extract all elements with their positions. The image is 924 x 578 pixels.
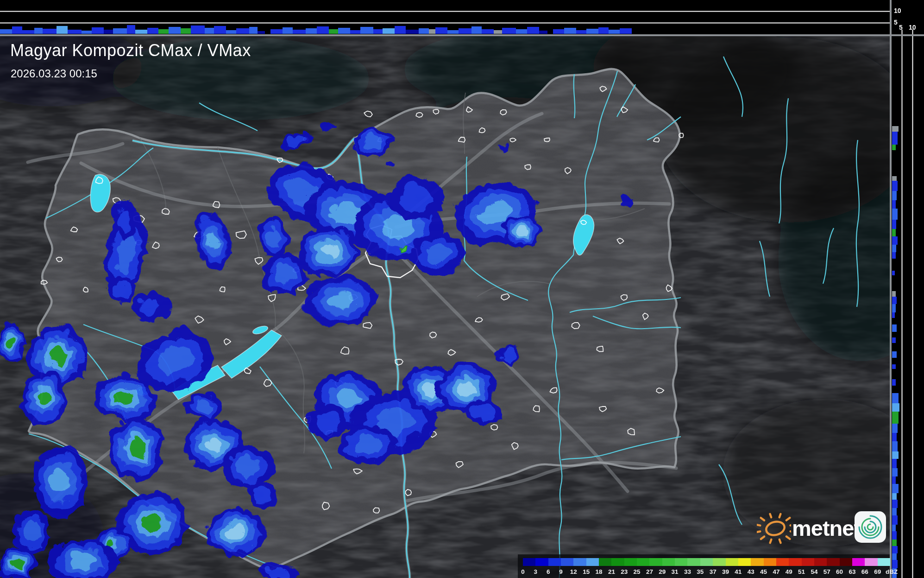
echo-blob bbox=[110, 198, 133, 235]
right-strip-echo-block bbox=[892, 271, 895, 275]
top-strip-echo-block bbox=[147, 28, 158, 34]
colorbar-segment bbox=[561, 558, 573, 566]
right-strip-echo-block bbox=[892, 176, 897, 181]
right-strip-echo-block bbox=[892, 364, 896, 369]
top-strip-echo-block bbox=[43, 29, 57, 34]
right-strip-echo-block bbox=[892, 132, 898, 145]
top-strip-echo-block bbox=[34, 28, 43, 34]
echo-layer bbox=[264, 225, 278, 243]
right-vmax-strip bbox=[890, 0, 924, 578]
colorbar-segment bbox=[649, 558, 662, 566]
colorbar-segment bbox=[713, 558, 725, 566]
top-strip-echo-block bbox=[270, 29, 283, 34]
echo-layer bbox=[114, 205, 128, 229]
page-title: Magyar Kompozit CMax / VMax bbox=[10, 41, 251, 60]
right-strip-echo-block bbox=[892, 126, 899, 132]
right-strip-echo-block bbox=[892, 412, 899, 424]
sun-ray bbox=[757, 525, 760, 526]
sun-ray bbox=[786, 518, 790, 520]
echo-blob bbox=[260, 251, 305, 292]
dbz-colorbar: 0369121518212325272931333537394143454749… bbox=[523, 558, 890, 578]
echo-layer bbox=[67, 551, 93, 567]
top-strip-echo-block bbox=[447, 30, 459, 34]
top-strip-echo-block bbox=[383, 28, 395, 34]
right-strip-echo-block bbox=[892, 297, 897, 304]
top-strip-echo-block bbox=[92, 27, 104, 34]
echo-layer bbox=[112, 280, 129, 295]
top-strip-echo-block bbox=[306, 28, 317, 34]
right-strip-echo-block bbox=[892, 476, 896, 484]
right-strip-echo-block bbox=[892, 540, 897, 546]
right-strip-echo-block bbox=[892, 459, 897, 468]
echo-layer bbox=[138, 511, 159, 529]
echo-blob bbox=[30, 442, 83, 514]
colorbar-label: 54 bbox=[811, 568, 817, 575]
echo-layer bbox=[8, 556, 19, 565]
top-strip-echo-block bbox=[317, 26, 329, 34]
right-strip-echo-block bbox=[892, 324, 897, 332]
sun-ray bbox=[791, 531, 791, 532]
right-strip-echo-block bbox=[892, 181, 898, 191]
colorbar-segment bbox=[814, 558, 827, 566]
right-strip-echo-block bbox=[892, 403, 899, 412]
colorbar-label: 15 bbox=[583, 568, 590, 575]
echo-blob bbox=[465, 396, 498, 422]
horizontal-separator bbox=[0, 34, 924, 36]
top-strip-echo-block bbox=[429, 29, 435, 34]
right-strip-echo-block bbox=[892, 200, 896, 209]
top-strip-echo-block bbox=[169, 27, 181, 34]
colorbar-label: 51 bbox=[798, 568, 805, 575]
top-strip-echo-block bbox=[68, 30, 82, 34]
right-strip-echo-block bbox=[892, 553, 897, 560]
colorbar-label: 41 bbox=[735, 568, 742, 575]
sun-ray bbox=[770, 540, 772, 543]
colorbar-segment bbox=[573, 558, 586, 566]
colorbar-label: 57 bbox=[823, 568, 830, 575]
top-strip-echo-block bbox=[360, 27, 373, 34]
echo-layer bbox=[250, 483, 270, 499]
top-strip-echo-block bbox=[350, 30, 360, 34]
echo-layer bbox=[496, 141, 507, 148]
echo-layer bbox=[47, 465, 66, 491]
metnet-app-icon bbox=[854, 511, 886, 543]
echo-blob bbox=[495, 345, 517, 362]
colorbar-segment bbox=[840, 558, 852, 566]
echo-blob bbox=[257, 560, 294, 578]
top-strip-echo-block bbox=[338, 28, 350, 34]
metnet-logo: metnet bbox=[757, 509, 891, 546]
top-strip-echo-block bbox=[395, 26, 406, 34]
top-strip-echo-block bbox=[373, 29, 383, 34]
radar-app-window: Magyar Kompozit CMax / VMax 2026.03.23 0… bbox=[0, 0, 924, 578]
right-strip-echo-block bbox=[892, 484, 899, 493]
colorbar-label: 0 bbox=[521, 568, 525, 575]
top-strip-echo-block bbox=[598, 27, 609, 34]
echo-blob bbox=[306, 403, 343, 436]
top-vmax-strip bbox=[0, 0, 890, 34]
sun-ray bbox=[770, 514, 771, 517]
right-strip-echo-block bbox=[892, 525, 896, 531]
top-strip-echo-block bbox=[127, 25, 135, 34]
colorbar-label: 69 bbox=[874, 568, 881, 575]
top-strip-echo-block bbox=[482, 29, 494, 34]
colorbar-label: 6 bbox=[547, 568, 550, 575]
right-strip-echo-block bbox=[892, 236, 898, 245]
colorbar-segment bbox=[878, 558, 890, 566]
echo-layer bbox=[272, 262, 293, 280]
colorbar-segment bbox=[852, 558, 865, 566]
top-strip-echo-block bbox=[113, 28, 127, 34]
sun-ray bbox=[791, 525, 791, 526]
top-strip-echo-block bbox=[249, 27, 258, 34]
right-strip-echo-block bbox=[892, 493, 897, 500]
colorbar-label: 18 bbox=[596, 568, 603, 575]
echo-layer bbox=[471, 400, 492, 417]
right-strip-echo-block bbox=[892, 245, 896, 252]
top-strip-echo-block bbox=[576, 30, 586, 34]
right-strip-echo-block bbox=[892, 441, 898, 451]
echo-blob bbox=[107, 414, 161, 477]
colorbar-label: 47 bbox=[773, 568, 779, 575]
colorbar-label: 33 bbox=[684, 568, 691, 575]
vertical-separator bbox=[890, 0, 892, 578]
radar-composite-display bbox=[0, 0, 924, 578]
top-strip-echo-block bbox=[226, 30, 236, 34]
echo-blob bbox=[383, 160, 392, 166]
